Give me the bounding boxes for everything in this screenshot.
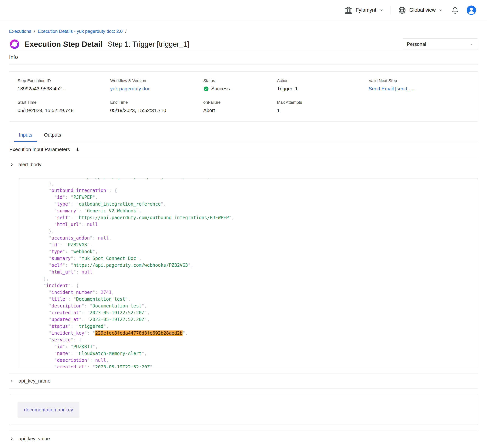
- param-label: api_key_name: [18, 378, 50, 384]
- tab-inputs[interactable]: Inputs: [14, 130, 37, 142]
- code-line: "updated_at": "2023-05-19T22:52:20Z",: [27, 316, 473, 323]
- field-value: 18992a43-9538-4b2…: [17, 86, 110, 92]
- code-line: "created_at": "2023-05-19T22:52:20Z",: [27, 309, 473, 316]
- info-field-valid-next-step: Valid Next StepSend Email [send_…: [369, 78, 470, 92]
- field-value: Success: [203, 86, 277, 92]
- code-line: },: [27, 180, 473, 187]
- info-card: Step Execution ID18992a43-9538-4b2…Workf…: [9, 71, 478, 121]
- workflow-logo-icon: [9, 39, 20, 50]
- api-key-name-value-box: documentation api key: [9, 395, 478, 425]
- code-line: "id": "PJFWPEP",: [27, 194, 473, 201]
- chevron-down-icon: [379, 8, 383, 12]
- code-line: "service": {: [27, 336, 473, 343]
- code-line: "summary": "Yuk Spot Connect Doc",: [27, 255, 473, 262]
- success-check-icon: [203, 86, 209, 92]
- tab-outputs[interactable]: Outputs: [39, 130, 66, 142]
- info-field-end-time: End Time05/19/2023, 15:52:31.710: [110, 100, 203, 113]
- info-field-max-attempts: Max Attempts1: [277, 100, 369, 113]
- page-subtitle: Step 1: Trigger [trigger_1]: [108, 40, 189, 48]
- field-label: End Time: [110, 100, 203, 105]
- code-line: "incident": {: [27, 282, 473, 289]
- divider: [9, 388, 478, 389]
- code-line: "created_at": "2023-05-19T22:52:20Z",: [27, 364, 473, 368]
- param-row-api-key-value[interactable]: api_key_value: [9, 431, 478, 446]
- code-line: "self": "https://api.pagerduty.com/outbo…: [27, 214, 473, 221]
- breadcrumb: Executions/Execution Details - yuk pager…: [9, 29, 478, 34]
- code-line: "html_url": null: [27, 221, 473, 228]
- info-field-status: StatusSuccess: [203, 78, 277, 92]
- code-line: "self": "https://api.pagerduty.com/webho…: [27, 262, 473, 269]
- field-label: Step Execution ID: [17, 78, 110, 83]
- code-line: "accounts_addon": null,: [27, 235, 473, 241]
- code-line: "outbound_integration": {: [27, 187, 473, 194]
- code-line: "summary": "Generic V2 Webhook",: [27, 208, 473, 214]
- field-value: Trigger_1: [277, 86, 369, 92]
- code-line: },: [27, 275, 473, 282]
- breadcrumb-separator: /: [34, 29, 35, 34]
- code-line: },: [27, 228, 473, 235]
- field-label: Status: [203, 78, 277, 83]
- chevron-down-icon: [470, 42, 474, 46]
- bank-icon: [344, 6, 353, 14]
- info-field-start-time: Start Time05/19/2023, 15:52:29.748: [17, 100, 110, 113]
- code-line: "id": "PUZKRT1",: [27, 343, 473, 350]
- code-line: "name": "CloudWatch-Memory-Alert",: [27, 350, 473, 357]
- field-value: 05/19/2023, 15:52:31.710: [110, 108, 203, 113]
- code-line: "title": "Documentation test",: [27, 296, 473, 303]
- code-line: "id": "PZB2VG3",: [27, 241, 473, 248]
- highlighted-text: 229efec8feda44778d3fe692b28aed2b: [95, 330, 182, 336]
- divider: [9, 64, 478, 64]
- breadcrumb-separator: /: [125, 29, 127, 34]
- param-row-alert-body[interactable]: alert_body: [9, 157, 478, 172]
- info-grid: Step Execution ID18992a43-9538-4b2…Workf…: [17, 78, 470, 113]
- field-value[interactable]: Send Email [send_…: [369, 86, 470, 92]
- status-text: Success: [211, 86, 230, 92]
- api-key-name-chip[interactable]: documentation api key: [17, 402, 80, 418]
- info-field-onfailure: onFailureAbort: [203, 100, 277, 113]
- view-name: Global view: [409, 7, 436, 13]
- execution-input-parameters-header: Execution Input Parameters: [9, 142, 478, 157]
- code-viewer[interactable]: "self": "https://api.pagerduty.com/integ…: [19, 178, 478, 368]
- arrow-down-icon[interactable]: [75, 147, 80, 152]
- code-line: "description": "Documentation test",: [27, 303, 473, 309]
- code-line: "incident_number": 2741,: [27, 289, 473, 296]
- section-heading: Execution Input Parameters: [9, 147, 70, 152]
- code-line: "html_url": null: [27, 269, 473, 275]
- chevron-right-icon: [9, 379, 14, 383]
- topbar-divider: [390, 6, 391, 15]
- topbar: Fylamynt Global view: [0, 0, 487, 20]
- info-field-step-execution-id: Step Execution ID18992a43-9538-4b2…: [17, 78, 110, 92]
- field-value: 05/19/2023, 15:52:29.748: [17, 108, 110, 113]
- scope-select-value: Personal: [407, 41, 426, 47]
- code-content: "self": "https://api.pagerduty.com/integ…: [27, 178, 473, 368]
- notifications-button[interactable]: [451, 6, 459, 14]
- org-switcher[interactable]: Fylamynt: [344, 6, 383, 14]
- param-label: alert_body: [18, 162, 41, 168]
- param-label: api_key_value: [18, 436, 50, 442]
- code-line: "description": null,: [27, 357, 473, 364]
- view-switcher[interactable]: Global view: [398, 6, 443, 14]
- page-header: Execution Step Detail Step 1: Trigger [t…: [9, 39, 478, 50]
- field-value: 1: [277, 108, 369, 113]
- info-heading: Info: [9, 50, 478, 64]
- page-title: Execution Step Detail: [24, 40, 103, 48]
- bell-icon: [451, 6, 459, 14]
- scope-select[interactable]: Personal: [403, 39, 478, 50]
- info-field-action: ActionTrigger_1: [277, 78, 369, 92]
- field-label: Workflow & Version: [110, 78, 203, 83]
- breadcrumb-link[interactable]: Execution Details - yuk pagerduty doc: 2…: [38, 29, 123, 34]
- code-line: "type": "outbound_integration_reference"…: [27, 201, 473, 208]
- chevron-right-icon: [9, 437, 14, 441]
- field-label: Valid Next Step: [369, 78, 470, 83]
- field-value[interactable]: yuk pagerduty doc: [110, 86, 203, 92]
- info-field-workflow-version: Workflow & Versionyuk pagerduty doc: [110, 78, 203, 92]
- field-value: Abort: [203, 108, 277, 113]
- chevron-right-icon: [9, 162, 14, 167]
- user-avatar[interactable]: [466, 5, 476, 15]
- breadcrumb-link[interactable]: Executions: [9, 29, 31, 34]
- code-line: "status": "triggered",: [27, 323, 473, 330]
- code-line: "type": "webhook",: [27, 248, 473, 255]
- org-name: Fylamynt: [356, 7, 376, 13]
- param-row-api-key-name[interactable]: api_key_name: [9, 374, 478, 388]
- tabs: InputsOutputs: [9, 130, 478, 142]
